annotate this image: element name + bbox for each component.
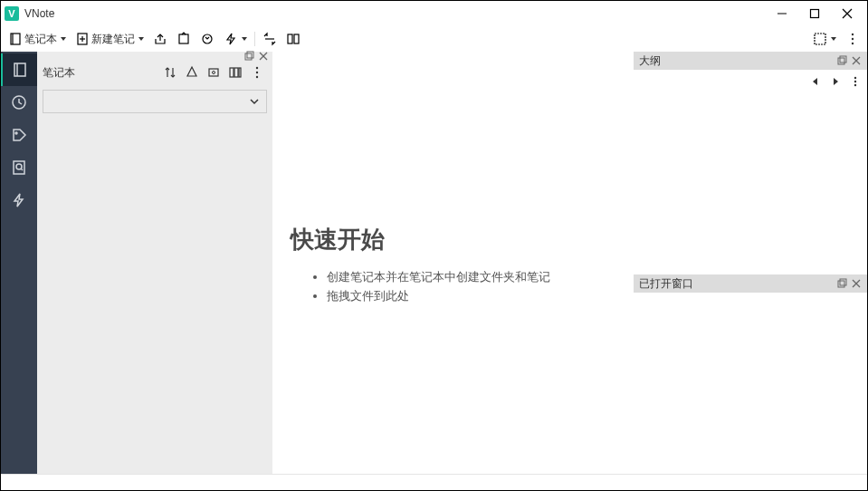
svg-rect-44 — [840, 56, 846, 63]
layout-button[interactable] — [282, 28, 304, 50]
refresh-button[interactable] — [196, 28, 218, 50]
svg-marker-47 — [813, 78, 817, 85]
quick-action-dropdown[interactable] — [220, 28, 251, 50]
more-menu-button[interactable] — [842, 28, 863, 50]
notebook-select[interactable] — [43, 90, 267, 113]
svg-rect-24 — [14, 161, 24, 174]
restore-icon[interactable] — [836, 55, 847, 66]
close-icon[interactable] — [851, 55, 862, 66]
quick-start-tip: 拖拽文件到此处 — [327, 287, 550, 306]
svg-rect-14 — [288, 34, 292, 43]
svg-line-26 — [21, 168, 23, 170]
expand-button[interactable] — [259, 28, 281, 50]
svg-point-42 — [256, 76, 258, 78]
opened-windows-title: 已打开窗口 — [639, 276, 693, 292]
chevron-down-icon — [61, 37, 66, 41]
nav-next-icon[interactable] — [829, 75, 842, 88]
chevron-down-icon — [248, 95, 261, 108]
quick-start-tip: 创建笔记本并在笔记本中创建文件夹和笔记 — [327, 268, 550, 287]
svg-point-41 — [256, 72, 258, 73]
import-button[interactable] — [149, 28, 171, 50]
outline-title: 大纲 — [639, 53, 661, 69]
fullscreen-dropdown[interactable] — [809, 28, 840, 50]
svg-rect-29 — [247, 52, 253, 58]
recycle-button[interactable] — [182, 63, 202, 82]
app-logo: V — [5, 6, 19, 21]
svg-point-50 — [854, 81, 856, 82]
export-button[interactable] — [173, 28, 195, 50]
svg-point-40 — [256, 67, 258, 69]
new-note-dropdown[interactable]: 新建笔记 — [72, 28, 148, 50]
svg-point-51 — [854, 84, 856, 86]
svg-rect-39 — [239, 68, 241, 77]
opened-windows-body — [634, 293, 867, 474]
explore-button[interactable] — [204, 63, 224, 82]
outline-more-button[interactable] — [849, 75, 862, 88]
svg-point-23 — [15, 132, 17, 134]
svg-rect-1 — [811, 10, 819, 18]
notebook-label: 笔记本 — [24, 32, 57, 47]
svg-rect-15 — [294, 34, 299, 43]
svg-point-17 — [852, 34, 854, 35]
minimize-button[interactable] — [766, 1, 798, 26]
svg-marker-12 — [227, 34, 234, 44]
close-icon[interactable] — [851, 278, 862, 289]
chevron-down-icon — [138, 37, 144, 41]
chevron-down-icon — [242, 37, 247, 41]
close-button[interactable] — [831, 1, 863, 26]
svg-marker-27 — [14, 194, 23, 207]
activity-tag[interactable] — [1, 119, 37, 151]
maximize-button[interactable] — [798, 1, 831, 26]
activity-history[interactable] — [1, 86, 37, 119]
activity-snippet[interactable] — [1, 184, 37, 217]
status-bar — [1, 474, 867, 490]
outline-body — [634, 93, 867, 274]
new-note-label: 新建笔记 — [91, 32, 135, 47]
left-panel-title: 笔记本 — [43, 65, 158, 81]
sort-button[interactable] — [160, 63, 180, 82]
svg-rect-16 — [815, 34, 825, 44]
svg-point-49 — [854, 77, 856, 79]
quick-start-heading: 快速开始 — [291, 224, 550, 255]
svg-rect-10 — [179, 34, 188, 43]
nav-prev-icon[interactable] — [809, 75, 822, 88]
svg-rect-37 — [230, 68, 234, 77]
svg-rect-52 — [838, 281, 844, 287]
activity-notebook[interactable] — [1, 53, 37, 86]
svg-point-36 — [213, 72, 215, 74]
svg-rect-20 — [14, 63, 25, 76]
restore-icon[interactable] — [836, 278, 847, 289]
toolbar-separator — [254, 32, 255, 46]
svg-marker-34 — [187, 67, 196, 76]
svg-rect-35 — [209, 69, 218, 76]
svg-point-18 — [852, 38, 854, 40]
svg-rect-38 — [234, 68, 238, 77]
app-title: VNote — [24, 7, 54, 20]
view-mode-button[interactable] — [225, 63, 245, 82]
svg-rect-53 — [840, 279, 846, 285]
svg-rect-28 — [245, 53, 252, 60]
svg-marker-48 — [834, 78, 838, 85]
chevron-down-icon — [831, 37, 836, 41]
svg-rect-43 — [838, 58, 844, 64]
notebook-dropdown[interactable]: 笔记本 — [5, 28, 70, 50]
svg-point-19 — [852, 43, 854, 44]
panel-more-button[interactable] — [247, 63, 267, 82]
activity-search[interactable] — [1, 151, 37, 184]
